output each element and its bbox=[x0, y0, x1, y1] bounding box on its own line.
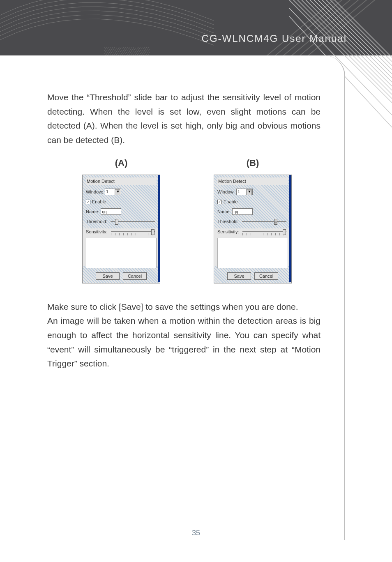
save-button-a[interactable]: Save bbox=[96, 272, 120, 280]
name-label-b: Name: bbox=[217, 208, 231, 215]
sensitivity-label-a: Sensitivity: bbox=[86, 228, 108, 235]
window-label-a: Window: bbox=[86, 188, 103, 196]
save-button-b[interactable]: Save bbox=[227, 272, 251, 280]
threshold-label-b: Threshold: bbox=[217, 218, 239, 225]
preview-box-b bbox=[217, 238, 288, 268]
cancel-button-a[interactable]: Cancel bbox=[123, 272, 147, 280]
enable-label-a: Enable bbox=[92, 198, 106, 205]
panel-b-label: (B) bbox=[214, 156, 292, 170]
threshold-slider-a[interactable] bbox=[111, 221, 155, 222]
svg-line-10 bbox=[326, 0, 392, 66]
name-label-a: Name: bbox=[86, 208, 99, 215]
enable-label-b: Enable bbox=[224, 198, 238, 205]
window-select-a[interactable]: 1 bbox=[105, 189, 121, 195]
sensitivity-slider-a[interactable] bbox=[111, 231, 155, 232]
threshold-thumb-b bbox=[274, 219, 277, 225]
group-title-a: Motion Detect bbox=[86, 177, 157, 185]
window-select-b[interactable]: 1 bbox=[236, 189, 253, 195]
window-label-b: Window: bbox=[217, 188, 235, 196]
enable-checkbox-a[interactable]: ✓ bbox=[86, 200, 90, 204]
panel-a-column: (A) Motion Detect Window: 1 ✓ Enable Na bbox=[82, 156, 160, 283]
panel-b-column: (B) Motion Detect Window: 1 ✓ Enable Na bbox=[214, 156, 292, 283]
preview-box-a bbox=[86, 238, 157, 268]
page-number: 35 bbox=[0, 529, 392, 537]
name-input-b[interactable]: qq bbox=[232, 208, 253, 215]
svg-line-11 bbox=[330, 0, 392, 62]
page-content: Move the “Threshold” slide bar to adjust… bbox=[47, 90, 321, 371]
cancel-button-b[interactable]: Cancel bbox=[254, 272, 278, 280]
name-input-a[interactable]: qq bbox=[101, 208, 121, 215]
enable-checkbox-b[interactable]: ✓ bbox=[217, 200, 222, 204]
motion-detect-panel-b: Motion Detect Window: 1 ✓ Enable Name: q… bbox=[214, 175, 292, 283]
paragraph-save-note: Make sure to click [Save] to save the se… bbox=[47, 300, 321, 314]
panels-row: (A) Motion Detect Window: 1 ✓ Enable Na bbox=[55, 156, 318, 283]
threshold-slider-b[interactable] bbox=[242, 221, 286, 222]
sensitivity-slider-b[interactable] bbox=[242, 231, 286, 232]
sensitivity-thumb-b bbox=[283, 229, 286, 235]
paragraph-threshold-desc: Move the “Threshold” slide bar to adjust… bbox=[47, 90, 321, 147]
threshold-label-a: Threshold: bbox=[86, 218, 107, 225]
motion-detect-panel-a: Motion Detect Window: 1 ✓ Enable Name: q… bbox=[82, 175, 160, 283]
group-title-b: Motion Detect bbox=[217, 177, 288, 185]
sensitivity-thumb-a bbox=[151, 229, 154, 235]
sensitivity-label-b: Sensitivity: bbox=[217, 228, 239, 235]
threshold-thumb-a bbox=[115, 219, 118, 225]
paragraph-event-desc: An image will be taken when a motion wit… bbox=[47, 314, 321, 371]
panel-a-label: (A) bbox=[82, 156, 160, 170]
